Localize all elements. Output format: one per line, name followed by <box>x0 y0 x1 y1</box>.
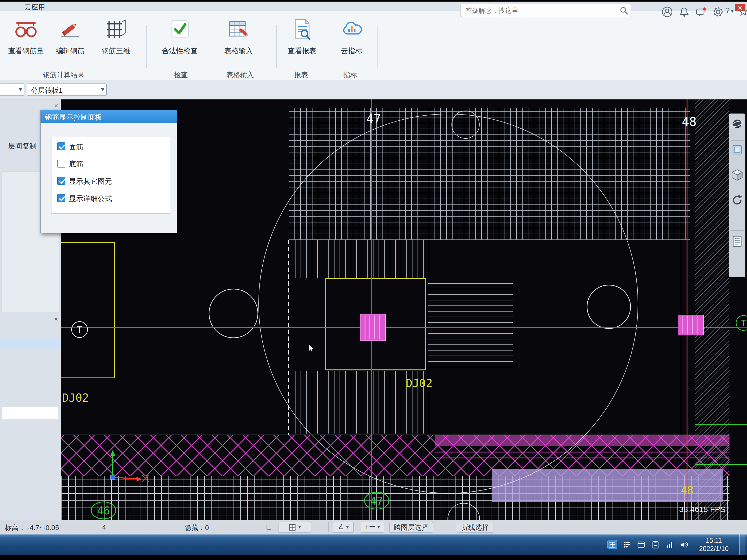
iso-cube-icon[interactable] <box>730 168 744 182</box>
window-tray-icon[interactable] <box>637 540 646 549</box>
group-label: 钢筋计算结果 <box>32 70 96 80</box>
chevron-down-icon: ▾ <box>19 86 22 93</box>
svg-text:46: 46 <box>97 505 110 517</box>
group-label: 检查 <box>160 70 202 80</box>
increment-snap-button[interactable]: + ▾ <box>361 522 384 533</box>
slab-top-rebar-mesh <box>289 108 690 240</box>
column-right[interactable] <box>678 315 703 335</box>
edit-rebar-button[interactable]: 编辑钢筋 <box>50 13 90 66</box>
group-label: 指标 <box>329 70 371 80</box>
ribbon-button-label: 编辑钢筋 <box>50 46 90 56</box>
ribbon-tab-row: 云应用 <box>0 2 747 11</box>
message-icon[interactable] <box>695 6 707 18</box>
panel-close-icon[interactable]: × <box>54 316 58 322</box>
table-pencil-icon <box>215 13 262 43</box>
axis-number-top-48: 48 <box>682 114 696 129</box>
panel-input-field[interactable] <box>2 407 58 419</box>
layer-selector-row: ▾ 分层筏板1 ▾ <box>0 80 747 100</box>
view-rebar-quantity-button[interactable]: 查看钢筋量 <box>5 13 47 66</box>
chevron-down-icon: ▾ <box>731 8 733 14</box>
rotate-view-icon[interactable] <box>730 193 744 207</box>
view-report-button[interactable]: 查看报表 <box>280 13 324 66</box>
element-filter-combo[interactable]: ▾ <box>0 83 24 96</box>
plus-icon: + <box>365 523 369 531</box>
elevation-readout: 标高： -4.7~-0.05 <box>5 523 59 532</box>
polyline-select-button[interactable]: 折线选择 <box>457 522 493 533</box>
layer-combo[interactable]: 分层筏板1 ▾ <box>27 83 107 96</box>
chevron-down-icon: ▾ <box>346 524 349 530</box>
volume-speaker-icon[interactable] <box>679 540 689 549</box>
baseline-icon <box>369 526 375 527</box>
beam-band-fill <box>435 435 729 446</box>
statusbar-separator <box>328 522 329 532</box>
axis-bubble-46: 46 <box>91 502 115 519</box>
checkbox-icon[interactable] <box>57 142 65 150</box>
avatar[interactable] <box>661 6 673 18</box>
checkbox-icon[interactable] <box>57 160 65 167</box>
ribbon-button-label: 查看钢筋量 <box>5 46 47 56</box>
ime-grid-icon[interactable] <box>622 540 632 549</box>
report-magnifier-icon <box>280 13 324 43</box>
statusbar-separator <box>259 522 259 532</box>
wechat-tray-icon[interactable]: 王 <box>608 540 617 550</box>
legality-check-button[interactable]: 合法性检查 <box>153 13 207 66</box>
rebar-3d-button[interactable]: 钢筋三维 <box>96 13 136 66</box>
help-search-box[interactable] <box>460 4 632 17</box>
axis-bubble-47: 47 <box>364 492 389 509</box>
inter-layer-copy-label: 层间复制 <box>8 141 36 151</box>
svg-text:T: T <box>77 324 82 335</box>
cross-layer-select-button[interactable]: 跨图层选择 <box>389 522 433 533</box>
plan-view-icon[interactable] <box>730 143 744 157</box>
column-center[interactable] <box>360 314 385 341</box>
axis-number-top-47: 47 <box>366 112 381 126</box>
selected-list-item[interactable] <box>0 338 61 350</box>
checkbox-icon[interactable] <box>57 177 65 185</box>
panel-close-icon[interactable]: × <box>54 102 58 109</box>
table-input-button[interactable]: 表格输入 <box>215 13 262 66</box>
svg-text:T: T <box>741 318 746 328</box>
windows-taskbar[interactable]: 王 15:11 2022/1/10 <box>0 534 747 555</box>
orbit-view-icon[interactable] <box>730 117 744 131</box>
tab-cloud-apps[interactable]: 云应用 <box>24 3 45 12</box>
angle-snap-button[interactable]: ∠ ▾ <box>333 522 354 533</box>
rebar-display-control-panel: 钢筋显示控制面板 面筋 底筋 显示其它图元 显示详细公式 <box>40 110 177 233</box>
checkbox-label: 显示详细公式 <box>69 194 112 203</box>
snap-settings-button[interactable]: ▾ <box>279 522 311 533</box>
show-desktop-button[interactable] <box>739 534 745 555</box>
drawing-list-icon[interactable] <box>730 234 744 248</box>
rebar-cage-icon <box>96 13 136 43</box>
system-tray: 王 15:11 2022/1/10 <box>608 534 747 555</box>
clipboard-tray-icon[interactable] <box>651 540 660 549</box>
green-check-icon <box>153 13 207 43</box>
search-input[interactable] <box>465 5 614 16</box>
ribbon-button-label: 表格输入 <box>215 46 262 56</box>
cloud-index-button[interactable]: 云指标 <box>331 13 372 66</box>
footing-label: DJ02 <box>406 377 432 390</box>
layer-combo-value: 分层筏板1 <box>31 86 62 95</box>
checkbox-icon[interactable] <box>57 194 65 202</box>
clock-date: 2022/1/10 <box>694 544 734 553</box>
view-navigation-toolbar <box>729 113 745 277</box>
horizontal-rebar-strip <box>428 278 513 370</box>
gear-icon[interactable] <box>712 6 724 18</box>
search-icon[interactable] <box>619 6 628 16</box>
ribbon-button-label: 钢筋三维 <box>96 46 136 56</box>
statusbar-separator <box>386 522 386 532</box>
pin-icon[interactable] <box>738 6 747 18</box>
chevron-down-icon: ▾ <box>377 524 380 530</box>
taskbar-clock[interactable]: 15:11 2022/1/10 <box>694 536 734 553</box>
t-marker-left: T <box>72 322 87 338</box>
chevron-down-icon: ▾ <box>101 86 104 93</box>
network-signal-icon[interactable] <box>665 540 674 549</box>
vertical-rebar-strip <box>290 240 432 278</box>
panel-title-bar[interactable]: 钢筋显示控制面板 <box>41 110 177 123</box>
notification-bell-icon[interactable] <box>678 6 690 18</box>
cloud-chart-icon <box>331 13 372 43</box>
help-menu-button[interactable]: ? ▾ <box>725 6 739 18</box>
question-icon: ? <box>725 6 730 15</box>
ribbon-button-label: 查看报表 <box>280 46 324 56</box>
ortho-mode-icon[interactable]: ∟ <box>265 523 272 531</box>
edit-pencil-icon <box>50 13 90 43</box>
clock-time: 15:11 <box>694 536 734 544</box>
ribbon-button-label: 合法性检查 <box>153 46 207 56</box>
